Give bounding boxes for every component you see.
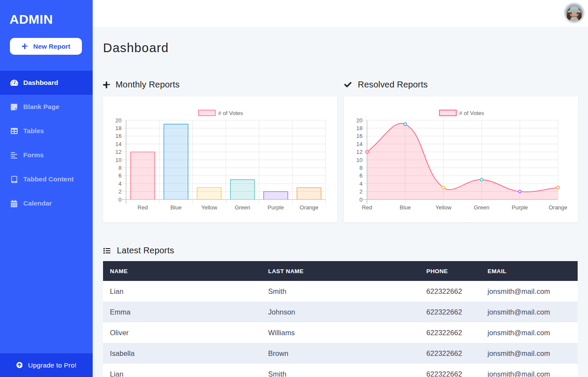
svg-text:14: 14 [356, 141, 362, 147]
svg-text:16: 16 [356, 133, 362, 139]
svg-text:0: 0 [119, 196, 122, 203]
svg-text:Yellow: Yellow [201, 204, 218, 211]
svg-text:Yellow: Yellow [435, 204, 452, 211]
svg-text:Purple: Purple [512, 204, 528, 211]
svg-text:Blue: Blue [170, 204, 181, 211]
svg-text:18: 18 [115, 125, 121, 131]
svg-text:Green: Green [474, 204, 489, 211]
svg-text:# of Votes: # of Votes [459, 110, 484, 116]
svg-text:20: 20 [115, 117, 121, 124]
svg-text:6: 6 [119, 172, 122, 179]
svg-text:Red: Red [362, 204, 372, 211]
svg-text:0: 0 [360, 196, 363, 203]
svg-text:Orange: Orange [549, 204, 567, 211]
svg-text:10: 10 [356, 157, 362, 163]
svg-text:Blue: Blue [400, 204, 411, 211]
svg-text:2: 2 [119, 188, 122, 195]
svg-text:4: 4 [360, 181, 363, 187]
svg-text:8: 8 [360, 165, 363, 171]
svg-text:14: 14 [115, 141, 121, 147]
svg-text:20: 20 [356, 117, 362, 124]
svg-text:16: 16 [115, 133, 121, 139]
svg-text:Green: Green [235, 204, 250, 211]
svg-text:6: 6 [360, 172, 363, 179]
svg-text:10: 10 [115, 157, 121, 163]
svg-text:12: 12 [356, 149, 362, 155]
svg-text:18: 18 [356, 125, 362, 131]
svg-text:8: 8 [119, 165, 122, 171]
svg-text:12: 12 [115, 149, 121, 155]
svg-text:Purple: Purple [268, 204, 284, 211]
svg-text:# of Votes: # of Votes [218, 110, 243, 116]
svg-text:4: 4 [119, 181, 122, 187]
svg-text:2: 2 [360, 188, 363, 195]
svg-text:Red: Red [138, 204, 148, 211]
svg-text:Orange: Orange [300, 204, 318, 211]
